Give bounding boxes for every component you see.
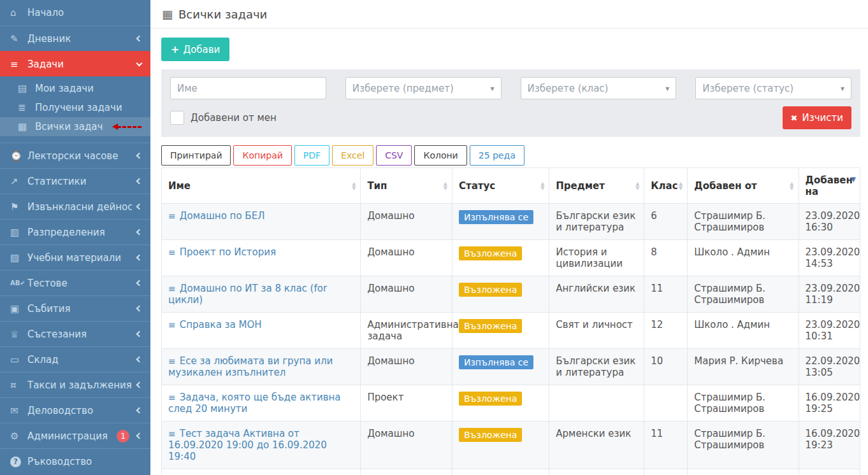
task-link[interactable]: Домашно по ИТ за 8 клас (for цикли) [168, 283, 327, 306]
sidebar-item-label: Учебни материали [27, 252, 132, 264]
guide-icon: ? [10, 455, 27, 467]
task-type-cell: Проект [361, 385, 452, 422]
toolbar-button-pdf[interactable]: PDF [294, 145, 329, 166]
sidebar-item-tasks[interactable]: ≡Задачи [0, 51, 150, 76]
task-added-on-cell: 23.09.2020 14:53 [799, 240, 860, 276]
chevron-left-icon [136, 178, 143, 185]
task-name-cell: ≡Справка за МОН [162, 313, 361, 349]
fees-icon: ¤ [10, 379, 27, 391]
task-type-cell: Административна задача [361, 313, 452, 349]
page-header: ▦ Всички задачи [150, 0, 868, 29]
toolbar-button-print[interactable]: Принтирай [161, 145, 231, 166]
distributions-icon: ▥ [10, 227, 27, 238]
sidebar-item-label: Администрация [27, 430, 114, 442]
sidebar-item-home[interactable]: ⌂Начало [0, 0, 150, 25]
sidebar-item-events[interactable]: ▣Събития [0, 295, 150, 321]
sidebar-item-label: Лекторски часове [27, 150, 132, 162]
sidebar-item-my-tasks[interactable]: ▤Мои задачи [0, 79, 150, 98]
task-class-cell: 8 [644, 240, 688, 276]
task-status-cell: Изпълнява се [452, 204, 549, 240]
task-list-icon: ≡ [168, 283, 176, 294]
toolbar-button-copy[interactable]: Копирай [233, 145, 291, 166]
task-added-on-cell: 16.09.2020 19:25 [799, 385, 860, 422]
added-by-me-checkbox[interactable] [170, 111, 184, 125]
task-name-cell: ≡Домашно по БЕЛ [162, 204, 361, 240]
sidebar-item-records[interactable]: ✉Деловодство [0, 397, 150, 423]
sidebar-item-label: Разпределения [27, 227, 132, 238]
sidebar-item-received-tasks[interactable]: ≣Получени задачи [0, 98, 150, 117]
task-link[interactable]: Домашно по БЕЛ [180, 210, 265, 222]
task-class-cell: 12 [644, 313, 688, 349]
task-name-cell: ≡Задача, която ще бъде активна след 20 м… [162, 385, 361, 422]
sort-desc-icon: ▼ [540, 186, 544, 190]
sidebar-item-label: Начало [27, 7, 141, 18]
toolbar-button-csv[interactable]: CSV [376, 145, 412, 166]
sort-icons: ▲▼ [790, 181, 793, 190]
sidebar-item-lecture-hours[interactable]: ⌚Лекторски часове [0, 143, 150, 168]
filters-row-2: Добавени от мен ✖ Изчисти [170, 106, 851, 129]
task-name-cell: ≡Проект по История [162, 240, 361, 276]
column-header-subject[interactable]: Предмет▲▼ [549, 168, 644, 204]
toolbar-button-rows-per-page[interactable]: 25 реда [470, 145, 524, 166]
sidebar-item-guide[interactable]: ?Ръководство [0, 448, 150, 474]
class-filter-select[interactable]: Изберете (клас) ▾ [521, 77, 677, 99]
column-header-name[interactable]: Име▲▼ [162, 168, 361, 204]
sidebar-item-label: Тестове [27, 278, 132, 289]
sidebar-item-distributions[interactable]: ▥Разпределения [0, 219, 150, 245]
sidebar-item-warehouse[interactable]: ▭Склад [0, 346, 150, 372]
task-subject-cell: Английски език [549, 276, 644, 313]
sidebar-item-competitions[interactable]: ♕Състезания [0, 321, 150, 346]
task-link[interactable]: Задача, която ще бъде активна след 20 ми… [168, 392, 341, 415]
plus-icon: + [171, 43, 179, 55]
clear-button-label: Изчисти [802, 112, 843, 124]
sidebar-item-tests[interactable]: AB✔Тестове [0, 270, 150, 295]
task-subject-cell: Български език и литература [549, 349, 644, 385]
task-added-on-cell: 23.09.2020 11:19 [799, 276, 860, 313]
chevron-left-icon [136, 36, 143, 42]
task-type-cell: Домашно [361, 422, 452, 469]
column-header-added-by[interactable]: Добавен от▲▼ [688, 168, 799, 204]
table-row: ≡Домашно по БЕЛДомашноИзпълнява сеБългар… [162, 204, 860, 240]
name-filter-input[interactable] [170, 77, 326, 99]
column-header-type[interactable]: Тип▲▼ [361, 168, 452, 204]
toolbar-button-columns[interactable]: Колони [414, 145, 467, 166]
sidebar-item-extracurricular[interactable]: ⚑Извънкласни дейности [0, 194, 150, 219]
chevron-down-icon: ▾ [490, 84, 494, 93]
task-type-cell: Домашно [361, 276, 452, 313]
sidebar-item-all-tasks[interactable]: ▦Всички задачи [0, 117, 150, 136]
events-icon: ▣ [10, 303, 27, 315]
export-toolbar: ПринтирайКопирайPDFExcelCSVКолони25 реда [161, 145, 860, 166]
task-subject-cell [549, 385, 644, 422]
main-area: ▦ Всички задачи + Добави Изберете (предм… [150, 0, 868, 475]
class-filter-placeholder: Изберете (клас) [528, 83, 609, 94]
column-label: Предмет [556, 180, 605, 192]
column-header-added-on[interactable]: Добавен на▼ [799, 168, 860, 204]
sidebar-item-materials[interactable]: ▨Учебни материали [0, 245, 150, 270]
add-task-button[interactable]: + Добави [161, 38, 229, 61]
column-label: Добавен от [694, 180, 757, 192]
task-added-by-cell: Мария Р. Кирчева [688, 349, 799, 385]
toolbar-button-excel[interactable]: Excel [332, 145, 373, 166]
column-header-class[interactable]: Клас▲▼ [644, 168, 688, 204]
task-link[interactable]: Справка за МОН [180, 319, 262, 330]
sidebar-item-fees[interactable]: ¤Такси и задължения [0, 372, 150, 397]
column-header-status[interactable]: Статус▲▼ [452, 168, 549, 204]
sidebar-item-statistics[interactable]: ↗Статистики [0, 168, 150, 194]
column-label: Клас [651, 180, 677, 192]
sidebar-item-journal[interactable]: ✎Дневник [0, 25, 150, 51]
task-link[interactable]: Есе за любимата ви група или музикален и… [168, 355, 333, 378]
clear-filters-button[interactable]: ✖ Изчисти [783, 106, 851, 129]
sidebar-item-label: Състезания [27, 329, 132, 340]
sidebar-item-administration[interactable]: ⚙Администрация1 [0, 423, 150, 448]
sort-icons: ▲▼ [352, 181, 356, 190]
chevron-left-icon [136, 408, 143, 414]
task-link[interactable]: Проект по История [180, 246, 276, 258]
subject-filter-select[interactable]: Изберете (предмет) ▾ [345, 77, 502, 99]
task-link[interactable]: Тест задача Активна от 16.09.2020 19:00 … [168, 428, 327, 462]
status-filter-select[interactable]: Изберете (статус) ▾ [695, 77, 851, 99]
task-added-on-cell: 23.09.2020 10:31 [799, 313, 860, 349]
my-tasks-icon: ▤ [18, 83, 35, 94]
chevron-left-icon [136, 280, 143, 287]
task-list-icon: ≡ [168, 247, 176, 257]
task-subject-cell: Арменски език [549, 422, 644, 469]
